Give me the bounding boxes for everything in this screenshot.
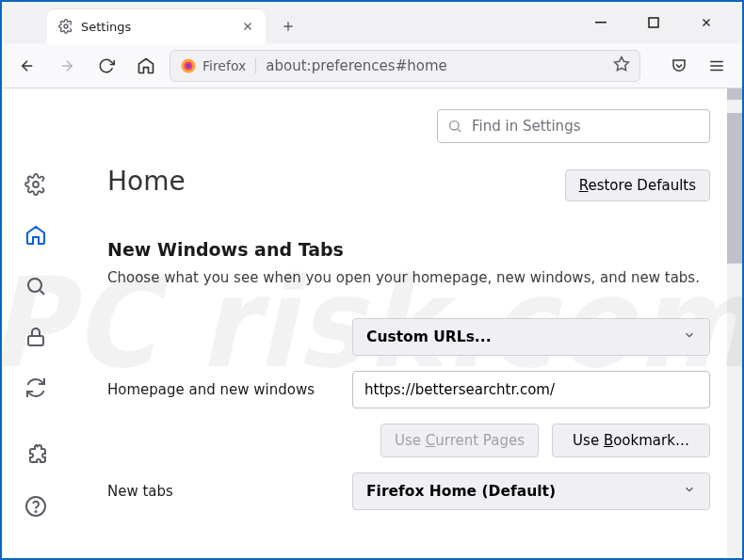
sidebar-item-extensions[interactable]	[24, 444, 47, 471]
reload-icon	[98, 57, 115, 74]
svg-rect-2	[649, 18, 658, 27]
settings-search-input[interactable]: Find in Settings	[437, 109, 710, 143]
svg-point-6	[33, 182, 39, 187]
tab-title: Settings	[81, 20, 234, 34]
arrow-left-icon	[19, 57, 36, 74]
svg-point-10	[35, 511, 36, 512]
page-title: Home	[107, 166, 186, 197]
restore-defaults-button[interactable]: Restore Defaults	[565, 169, 710, 201]
close-icon[interactable]	[241, 20, 254, 33]
puzzle-icon	[24, 444, 47, 467]
chevron-down-icon	[683, 328, 696, 345]
section-heading: New Windows and Tabs	[107, 239, 710, 260]
select-value: Firefox Home (Default)	[366, 483, 556, 500]
svg-point-0	[64, 24, 68, 28]
scroll-thumb[interactable]	[727, 113, 742, 264]
new-tab-button[interactable]	[275, 13, 301, 40]
close-icon	[700, 16, 713, 29]
save-to-pocket-button[interactable]	[663, 50, 695, 82]
firefox-icon	[180, 57, 197, 74]
search-placeholder: Find in Settings	[472, 118, 580, 135]
plus-icon	[281, 19, 296, 34]
search-icon	[24, 275, 47, 297]
back-button[interactable]	[11, 50, 43, 82]
sync-icon	[24, 376, 47, 399]
homepage-mode-select[interactable]: Custom URLs...	[352, 318, 710, 356]
chevron-down-icon	[683, 483, 696, 500]
newtabs-label: New tabs	[107, 483, 343, 500]
star-icon	[613, 56, 630, 72]
home-button[interactable]	[130, 50, 162, 82]
browser-tab[interactable]: Settings	[47, 9, 266, 43]
arrow-right-icon	[58, 57, 75, 74]
search-icon	[447, 119, 462, 134]
homepage-url-input[interactable]	[352, 371, 710, 408]
app-menu-button[interactable]	[701, 50, 733, 82]
scrollbar[interactable]	[727, 88, 742, 558]
maximize-icon	[648, 17, 659, 28]
sidebar-item-help[interactable]	[24, 495, 47, 521]
bookmark-star-button[interactable]	[613, 56, 630, 76]
svg-point-5	[186, 63, 191, 68]
help-icon	[24, 495, 47, 518]
pocket-icon	[671, 57, 687, 74]
minimize-icon	[595, 17, 607, 28]
address-bar[interactable]: Firefox about:preferences#home	[170, 50, 640, 82]
select-value: Custom URLs...	[366, 328, 492, 345]
gear-icon	[58, 19, 73, 34]
window-close-button[interactable]	[689, 9, 723, 36]
window-maximize-button[interactable]	[637, 9, 671, 36]
homepage-label: Homepage and new windows	[107, 381, 343, 398]
reload-button[interactable]	[90, 50, 122, 82]
window-minimize-button[interactable]	[584, 9, 618, 36]
forward-button[interactable]	[51, 50, 83, 82]
svg-rect-8	[28, 336, 43, 345]
home-icon	[137, 56, 155, 75]
hamburger-icon	[708, 57, 725, 74]
sidebar-item-privacy[interactable]	[24, 326, 47, 352]
gear-icon	[24, 173, 47, 196]
sidebar-item-sync[interactable]	[24, 376, 47, 403]
svg-point-7	[28, 279, 41, 292]
sidebar-item-general[interactable]	[24, 173, 47, 200]
svg-rect-1	[595, 22, 607, 24]
section-description: Choose what you see when you open your h…	[107, 269, 710, 286]
url-text: about:preferences#home	[266, 57, 446, 74]
use-bookmark-button[interactable]: Use Bookmark…	[552, 424, 710, 457]
sidebar-item-home[interactable]	[24, 224, 47, 250]
identity-label: Firefox	[202, 58, 256, 73]
lock-icon	[24, 326, 47, 348]
newtabs-mode-select[interactable]: Firefox Home (Default)	[352, 472, 710, 510]
home-icon	[24, 224, 47, 247]
use-current-pages-button[interactable]: Use Current Pages	[380, 424, 539, 457]
svg-point-11	[450, 121, 459, 130]
scroll-thumb[interactable]	[727, 88, 742, 100]
sidebar-item-search[interactable]	[24, 275, 47, 301]
